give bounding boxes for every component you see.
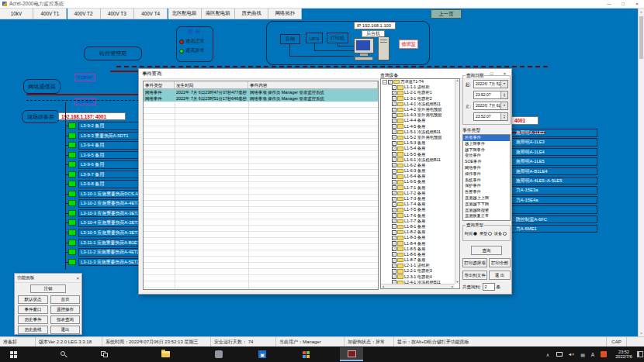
- radio-button-icon[interactable]: [488, 232, 492, 236]
- tree-vertical-scrollbar[interactable]: ▲▼: [455, 79, 459, 284]
- tree-node[interactable]: ✓ L1-5-1 冷冻机组B11: [381, 129, 459, 135]
- file-explorer-icon[interactable]: [159, 348, 171, 360]
- tree-node[interactable]: ✓ L1-8-5 备用: [381, 247, 459, 252]
- tree-node[interactable]: ✓ L1-6-3 备用: [381, 168, 459, 174]
- window-maximize-button[interactable]: □: [616, 2, 630, 6]
- export-file-button[interactable]: 导出到文件: [462, 271, 487, 280]
- query-type-option[interactable]: 时间: [465, 231, 477, 236]
- function-button[interactable]: 遥控操作: [50, 305, 80, 314]
- exit-button[interactable]: 退 出: [489, 271, 511, 280]
- screen-tab[interactable]: 网络拓扑: [268, 9, 302, 19]
- event-type-option[interactable]: 所有事件: [463, 135, 510, 141]
- function-panel-close-icon[interactable]: ×: [76, 276, 79, 281]
- screen-tab[interactable]: 400V T3: [101, 9, 134, 19]
- print-selected-button[interactable]: 打印选择项: [462, 258, 487, 267]
- tree-node[interactable]: ✓ L1-6-4 备用: [381, 174, 459, 179]
- notification-center-icon[interactable]: [636, 348, 644, 360]
- checkbox-checked-icon[interactable]: ✓: [392, 241, 396, 246]
- tree-node[interactable]: ✓ L2-3-1 电容柜4: [381, 274, 459, 280]
- checkbox-checked-icon[interactable]: ✓: [392, 208, 396, 212]
- tray-expand-icon[interactable]: ∧: [543, 348, 552, 360]
- tree-node[interactable]: ✓ L1-5-4 备用: [381, 146, 459, 151]
- tree-node[interactable]: ✓ L1-7-6 备用: [381, 213, 459, 219]
- event-type-option[interactable]: 遥测越上上限: [463, 195, 510, 202]
- tree-node[interactable]: ✓ L1-5-3 备用: [381, 140, 459, 146]
- screen-tab[interactable]: 400V T4: [134, 9, 168, 19]
- screen-tab[interactable]: 400V T2: [68, 9, 101, 19]
- event-type-option[interactable]: 保护事件: [463, 183, 510, 189]
- checkbox-checked-icon[interactable]: ✓: [392, 163, 396, 167]
- checkbox-checked-icon[interactable]: ✓: [392, 124, 396, 129]
- tree-node[interactable]: ✓ L1-4-3 室外用电预留: [381, 112, 459, 118]
- checkbox-checked-icon[interactable]: ✓: [392, 269, 396, 274]
- taskbar-app-2-icon[interactable]: ▣: [256, 348, 268, 360]
- checkbox-checked-icon[interactable]: ✓: [392, 102, 396, 106]
- query-type-option[interactable]: 设备: [494, 231, 507, 236]
- checkbox-checked-icon[interactable]: ✓: [392, 141, 396, 146]
- dropdown-arrow-icon[interactable]: ▼: [500, 102, 507, 109]
- tree-node[interactable]: ✓ L1-4-2 室外用电预留: [381, 107, 459, 112]
- event-type-option[interactable]: 遥测越下下限: [463, 202, 510, 208]
- checkbox-checked-icon[interactable]: ✓: [392, 96, 396, 101]
- event-table-row[interactable]: 网络事件 2022年 7月 6日23时51分17秒646毫秒 网络事项 操作员 …: [144, 95, 378, 102]
- search-icon[interactable]: [57, 348, 70, 360]
- function-button[interactable]: 历史事件: [18, 315, 48, 324]
- tree-node[interactable]: ✓ L1-2-1 电容柜1: [381, 90, 459, 95]
- tree-node[interactable]: ✓ L1-8-3 备用: [381, 235, 459, 240]
- dropdown-arrow-icon[interactable]: ▼: [500, 81, 507, 88]
- event-type-option[interactable]: 越上限事件: [463, 141, 510, 147]
- checkbox-checked-icon[interactable]: ✓: [392, 224, 396, 229]
- checkbox-checked-icon[interactable]: ✓: [392, 85, 396, 90]
- screen-tab[interactable]: 400V T1: [33, 9, 67, 19]
- function-button[interactable]: 报表查询: [50, 315, 80, 324]
- checkbox-checked-icon[interactable]: ✓: [392, 169, 396, 174]
- tree-node[interactable]: ✓ L1-8-7 备用: [381, 257, 459, 263]
- event-type-option[interactable]: 网络事件: [463, 165, 510, 171]
- print-all-button[interactable]: 打印全部: [489, 258, 511, 267]
- tree-node[interactable]: ✓ L1-6-1 冷冻机组B11: [381, 157, 459, 163]
- input-method-icon[interactable]: A: [589, 348, 597, 360]
- event-type-option[interactable]: SOE事件: [463, 159, 510, 165]
- task-view-icon[interactable]: [98, 348, 110, 360]
- screen-tab[interactable]: 北区配电箱: [168, 9, 202, 19]
- checkbox-checked-icon[interactable]: ✓: [392, 264, 396, 268]
- tree-node[interactable]: ✓ L1-8-4 备用: [381, 240, 459, 246]
- checkbox-checked-icon[interactable]: ✓: [392, 135, 396, 140]
- tree-node[interactable]: ✓ L1-7-5 备用: [381, 207, 459, 212]
- tree-node[interactable]: ✓ L1-5-2 室外用电预留: [381, 135, 459, 140]
- checkbox-checked-icon[interactable]: ✓: [392, 185, 396, 190]
- collapse-icon[interactable]: −: [383, 80, 387, 84]
- scrollbar-thumb[interactable]: [639, 16, 643, 59]
- tree-node[interactable]: ✓ L1-6-5 备用: [381, 179, 459, 184]
- taskbar-app-1-icon[interactable]: [213, 348, 225, 360]
- checkbox-checked-icon[interactable]: ✓: [392, 236, 396, 240]
- tree-node[interactable]: ✓ L2-1-1 进线柜: [381, 263, 459, 268]
- event-type-option[interactable]: 遥测越限报警: [463, 208, 510, 214]
- query-button[interactable]: 查询: [471, 246, 502, 255]
- checkbox-checked-icon[interactable]: ✓: [392, 213, 396, 218]
- spinner-arrows-icon[interactable]: ▲▼: [500, 113, 507, 120]
- active-app-acrel-icon[interactable]: [340, 347, 363, 361]
- checkbox-checked-icon[interactable]: ✓: [392, 274, 396, 279]
- column-occur-time[interactable]: 发生时间: [175, 81, 248, 88]
- event-type-option[interactable]: 变位事件: [463, 153, 510, 159]
- event-table-row[interactable]: 网络事件 2022年 7月 6日23时47分37秒477毫秒 网络事项 操作员 …: [144, 89, 378, 95]
- checkbox-checked-icon[interactable]: ✓: [392, 91, 396, 95]
- tree-node[interactable]: ✓ L1-3-1 电容柜2: [381, 96, 459, 102]
- taskbar-clock[interactable]: 23:52 2022/7/6: [611, 348, 637, 360]
- function-button[interactable]: 历史曲线: [18, 326, 48, 334]
- checkbox-checked-icon[interactable]: ✓: [392, 113, 396, 118]
- event-table-header[interactable]: 事件类型 发生时间 事件内容: [144, 81, 378, 89]
- tree-node[interactable]: ✓ L1-8-1 备用: [381, 224, 459, 229]
- checkbox-checked-icon[interactable]: ✓: [392, 230, 396, 235]
- tree-node[interactable]: ✓ L1-4-4 备用: [381, 118, 459, 123]
- radio-button-icon[interactable]: [503, 232, 507, 236]
- tree-node[interactable]: ✓ L1-6-2 备用: [381, 163, 459, 168]
- tree-node[interactable]: ✓ L1-4-5 备用: [381, 124, 459, 129]
- checkbox-checked-icon[interactable]: ✓: [392, 247, 396, 251]
- checkbox-checked-icon[interactable]: ✓: [392, 147, 396, 151]
- window-close-button[interactable]: ×: [630, 2, 644, 6]
- query-type-option[interactable]: 类型: [480, 231, 492, 236]
- radio-button-icon[interactable]: [473, 232, 477, 236]
- event-type-option[interactable]: 操作事件: [463, 171, 510, 178]
